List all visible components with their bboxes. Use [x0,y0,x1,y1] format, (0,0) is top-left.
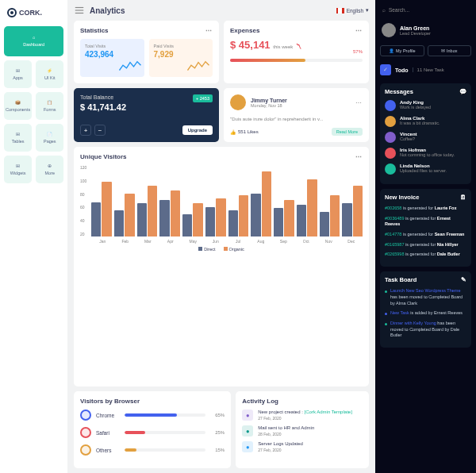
invoice-item[interactable]: #0036489 is generated for Ernest Reeves [385,216,466,228]
nav-icon: ⚡ [47,68,52,73]
bar-group [114,194,135,236]
language-selector[interactable]: English ▾ [336,7,369,13]
mail-icon: ✉ [441,48,445,53]
activity-item: ●Mail sent to HR and Admin 28 Feb, 2020 [242,425,363,436]
inbox-button[interactable]: ✉Inbox [428,45,472,56]
task-item[interactable]: Launch New Seo Wordpress Theme has been … [385,288,466,306]
nav-icon: ⊞ [16,68,20,73]
upgrade-button[interactable]: Upgrade [182,125,213,135]
statistics-card: Statistics⋯ Total Visits423,964Paid Visi… [74,21,219,83]
avatar [385,163,396,175]
sidebar: CORK. ⌂Dashboard⊞Apps⚡UI Kit📦Components📋… [0,0,67,473]
user-role: Lead Developer [400,31,431,36]
bar-group [274,200,294,237]
activity-item: ●Server Logs Updated 27 Feb, 2020 [242,441,363,452]
read-more-button[interactable]: Read More [332,128,363,136]
nav-icon: ⊞ [16,163,20,168]
bar-group [297,179,317,236]
avatar [385,100,396,111]
invoice-item[interactable]: #0265998 is generated for Dale Butler [385,252,466,258]
invoice-panel: New Invoice🗓 #002658 is generated for La… [380,189,471,267]
nav-widgets[interactable]: ⊞Widgets [4,156,32,183]
message-item[interactable]: Linda NelsonUploaded files to server. [385,163,466,175]
browser-icon [80,427,91,438]
task-item[interactable]: Dinner with Kelly Young has been moved t… [385,321,466,339]
check-icon: ✓ [380,64,391,75]
likes[interactable]: 👍551 Likes [230,129,259,135]
statistics-title: Statistics [80,27,109,34]
message-item[interactable]: Andy KingWork is delayed [385,100,466,111]
nav-tables[interactable]: ⊞Tables [4,124,32,152]
taskboard-title: Task Board [385,276,416,283]
browser-icon [80,410,91,421]
invoice-item[interactable]: #014778 is generated for Sean Freeman [385,232,466,238]
browser-row: Chrome65% [80,410,225,421]
user-profile: Alan Green Lead Developer [380,20,471,40]
more-icon[interactable]: ⋯ [355,27,363,34]
add-button[interactable]: + [80,125,91,136]
expenses-card: Expenses⋯ $ 45,141 this week 〽 57% [224,21,369,83]
browsers-card: Visitors by Browser Chrome65%Safari25%Ot… [74,391,231,468]
todo-widget[interactable]: ✓ Todo 11 New Task [380,61,471,79]
more-icon[interactable]: ⋯ [205,27,213,34]
nav-dashboard[interactable]: ⌂Dashboard [4,26,63,56]
message-item[interactable]: VincentCoffee? [385,132,466,143]
browsers-title: Visitors by Browser [80,398,140,405]
activity-icon: ● [242,410,253,421]
expenses-progress: 57% [230,59,363,62]
topbar: Analytics English ▾ [74,5,369,16]
balance-card: Total Balance $ 41,741.42 + 2453 + − Upg… [74,88,219,142]
nav-components[interactable]: 📦Components [4,92,32,120]
flag-icon [336,8,344,13]
minus-button[interactable]: − [94,125,106,136]
calendar-icon[interactable]: 🗓 [460,194,466,201]
right-sidebar: ⌕ Search... Alan Green Lead Developer 👤M… [375,0,476,473]
balance-label: Total Balance [80,94,126,100]
brand-text: CORK. [19,9,42,17]
invoice-item[interactable]: #002658 is generated for Laurie Fox [385,206,466,212]
activity-title: Activity Log [242,398,278,405]
more-icon[interactable]: ⋯ [355,153,363,160]
message-item[interactable]: Alma ClarkIt was a bit dramatic. [385,116,466,127]
post-author: Jimmy Turner [251,98,287,103]
menu-icon[interactable] [74,5,85,16]
task-item[interactable]: New Task is added by Ernest Reeves [385,310,466,317]
nav-ui-kit[interactable]: ⚡UI Kit [36,60,63,88]
invoice-item[interactable]: #0165987 is generated for Nia Hillyer [385,242,466,248]
bar-group [320,195,340,237]
search-icon: ⌕ [382,7,386,13]
message-item[interactable]: Iris HofmanNot comming to office today. [385,148,466,159]
stat-blue: Total Visits423,964 [80,39,144,77]
bar-group [137,186,158,237]
chevron-down-icon: ▾ [366,7,369,13]
bar-group [182,203,203,236]
messages-panel: Messages💬 Andy KingWork is delayedAlma C… [380,83,471,184]
expenses-title: Expenses [230,27,259,34]
logo[interactable]: CORK. [4,6,63,19]
nav-icon: 📦 [15,100,21,105]
chat-icon[interactable]: 💬 [459,88,466,95]
nav-pages[interactable]: 📄Pages [36,124,63,152]
sparkline-icon [119,60,141,74]
bar-group [342,186,363,237]
avatar [385,116,396,127]
more-icon[interactable]: ⋯ [355,99,363,106]
thumbs-up-icon: 👍 [230,129,236,135]
edit-icon[interactable]: ✎ [461,276,466,283]
search-input[interactable]: ⌕ Search... [380,5,471,15]
bar-group [251,171,271,237]
browser-icon [80,444,91,456]
nav-more[interactable]: ⊕More [36,156,63,183]
my-profile-button[interactable]: 👤My Profile [380,45,424,56]
nav-apps[interactable]: ⊞Apps [4,60,32,88]
nav-icon: ⊕ [48,163,52,168]
post-text: "Duis aute irure dolor" in reprehenderit… [230,117,363,121]
messages-title: Messages [385,88,413,95]
balance-amount: $ 41,741.42 [80,102,126,112]
avatar [385,148,396,159]
user-name: Alan Green [400,25,431,31]
activity-icon: ● [242,425,253,436]
page-title: Analytics [90,6,125,15]
nav-forms[interactable]: 📋Forms [36,92,63,120]
visitors-chart-card: Unique Visitors⋯ 12010080604020 JanFebMa… [74,147,369,386]
